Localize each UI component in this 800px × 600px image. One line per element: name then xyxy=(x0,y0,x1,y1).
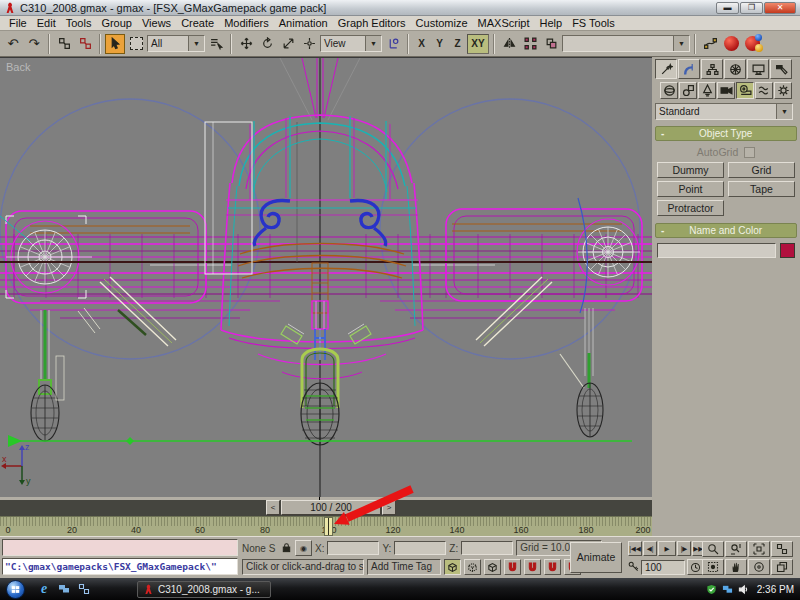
track-bar[interactable]: 0 20 40 60 80 100 120 140 160 180 200 xyxy=(0,516,652,536)
category-space-warps[interactable] xyxy=(755,82,773,99)
use-pivot-point-icon[interactable] xyxy=(383,34,403,54)
y-coord-field[interactable] xyxy=(394,541,446,555)
maximize-button[interactable]: ❐ xyxy=(740,2,763,14)
menu-customize[interactable]: Customize xyxy=(411,17,473,29)
render-icon[interactable] xyxy=(742,34,762,54)
restrict-y-button[interactable]: Y xyxy=(431,34,448,54)
close-button[interactable]: ✕ xyxy=(764,2,796,14)
pan-button[interactable] xyxy=(725,559,747,575)
tray-volume-icon[interactable] xyxy=(738,584,749,595)
tab-motion[interactable] xyxy=(724,59,746,79)
show-desktop-icon[interactable] xyxy=(57,582,71,596)
mirror-icon[interactable] xyxy=(499,34,519,54)
material-editor-icon[interactable] xyxy=(721,34,741,54)
taskbar-clock[interactable]: 2:36 PM xyxy=(757,584,794,595)
menu-create[interactable]: Create xyxy=(176,17,219,29)
title-bar[interactable]: C310_2008.gmax - gmax - [FSX_GMaxGamepac… xyxy=(0,0,800,16)
viewport-back[interactable]: x z y Back xyxy=(0,57,652,497)
tab-hierarchy[interactable] xyxy=(701,59,723,79)
next-frame-button[interactable]: |▶ xyxy=(677,541,691,556)
minimize-button[interactable]: ▬ xyxy=(716,2,739,14)
time-slider-handle[interactable]: < 100 / 200 > xyxy=(266,500,396,515)
unlink-selection-icon[interactable] xyxy=(75,34,95,54)
autogrid-checkbox[interactable] xyxy=(744,147,755,158)
viewport-label[interactable]: Back xyxy=(6,61,30,73)
restrict-x-button[interactable]: X xyxy=(413,34,430,54)
protractor-button[interactable]: Protractor xyxy=(657,200,724,216)
reference-coordinate-system-dropdown[interactable]: View▼ xyxy=(320,35,382,52)
animate-button[interactable]: Animate xyxy=(570,542,622,573)
play-button[interactable]: ▶ xyxy=(658,541,676,556)
restrict-xy-plane-button[interactable]: XY xyxy=(467,34,489,54)
tape-button[interactable]: Tape xyxy=(728,181,795,197)
start-button[interactable] xyxy=(6,580,25,599)
zoom-button[interactable] xyxy=(702,541,724,557)
chevron-down-icon[interactable]: ▼ xyxy=(188,36,204,51)
min-max-toggle-button[interactable] xyxy=(771,559,793,575)
object-name-field[interactable] xyxy=(657,243,776,258)
category-systems[interactable] xyxy=(774,82,792,99)
next-frame-arrow[interactable]: > xyxy=(382,500,396,515)
selection-filter-dropdown[interactable]: All▼ xyxy=(147,35,205,52)
snap-cube-a-icon[interactable] xyxy=(444,559,461,575)
chevron-down-icon[interactable]: ▼ xyxy=(365,36,381,51)
select-and-manipulate-icon[interactable] xyxy=(299,34,319,54)
taskbar-button-gmax[interactable]: C310_2008.gmax - g... xyxy=(137,581,271,598)
curve-editor-icon[interactable] xyxy=(700,34,720,54)
category-lights[interactable] xyxy=(698,82,716,99)
selection-lock-icon[interactable] xyxy=(281,542,292,555)
previous-frame-arrow[interactable]: < xyxy=(266,500,280,515)
time-slider-value[interactable]: 100 / 200 xyxy=(281,500,381,515)
internet-explorer-icon[interactable]: e xyxy=(37,582,51,596)
go-to-start-button[interactable]: |◀◀ xyxy=(628,541,642,556)
array-icon[interactable] xyxy=(520,34,540,54)
grid-button[interactable]: Grid xyxy=(728,162,795,178)
tray-network-icon[interactable] xyxy=(722,584,733,595)
menu-graph-editors[interactable]: Graph Editors xyxy=(333,17,411,29)
time-slider-track[interactable]: < 100 / 200 > xyxy=(0,497,652,516)
add-time-tag[interactable]: Add Time Tag xyxy=(367,559,441,575)
category-shapes[interactable] xyxy=(679,82,697,99)
zoom-all-button[interactable] xyxy=(725,541,747,557)
menu-file[interactable]: File xyxy=(4,17,32,29)
select-and-link-icon[interactable] xyxy=(54,34,74,54)
z-coord-field[interactable] xyxy=(461,541,513,555)
angle-snap-icon[interactable] xyxy=(524,559,541,575)
menu-maxscript[interactable]: MAXScript xyxy=(473,17,535,29)
maxscript-listener-line[interactable]: "C:\gmax\gamepacks\FSX_GMaxGamepack\" xyxy=(2,558,238,575)
menu-edit[interactable]: Edit xyxy=(32,17,61,29)
select-by-name-icon[interactable] xyxy=(206,34,226,54)
snap-cube-c-icon[interactable] xyxy=(484,559,501,575)
category-cameras[interactable] xyxy=(717,82,735,99)
menu-help[interactable]: Help xyxy=(535,17,568,29)
tab-display[interactable] xyxy=(747,59,769,79)
name-and-color-header[interactable]: - Name and Color xyxy=(655,223,797,238)
zoom-extents-all-button[interactable] xyxy=(771,541,793,557)
select-and-rotate-icon[interactable] xyxy=(257,34,277,54)
current-frame-field[interactable]: 100 xyxy=(641,560,685,575)
percent-snap-icon[interactable] xyxy=(544,559,561,575)
zoom-extents-button[interactable] xyxy=(748,541,770,557)
object-type-header[interactable]: - Object Type xyxy=(655,126,797,141)
select-and-move-icon[interactable] xyxy=(236,34,256,54)
windows-explorer-icon[interactable] xyxy=(77,582,91,596)
chevron-down-icon[interactable]: ▼ xyxy=(776,104,792,119)
absolute-offset-toggle[interactable]: ◉ xyxy=(295,540,312,556)
menu-animation[interactable]: Animation xyxy=(274,17,333,29)
arc-rotate-button[interactable] xyxy=(748,559,770,575)
rectangular-selection-region-icon[interactable] xyxy=(126,34,146,54)
menu-tools[interactable]: Tools xyxy=(61,17,97,29)
menu-views[interactable]: Views xyxy=(137,17,176,29)
x-coord-field[interactable] xyxy=(327,541,379,555)
tray-status-icon[interactable] xyxy=(706,584,717,595)
tab-modify[interactable] xyxy=(678,59,700,79)
region-zoom-button[interactable] xyxy=(702,559,724,575)
object-color-swatch[interactable] xyxy=(780,243,795,258)
category-helpers[interactable] xyxy=(736,82,754,99)
snap-cube-b-icon[interactable] xyxy=(464,559,481,575)
menu-fs-tools[interactable]: FS Tools xyxy=(567,17,620,29)
point-button[interactable]: Point xyxy=(657,181,724,197)
category-geometry[interactable] xyxy=(660,82,678,99)
tab-create[interactable] xyxy=(655,59,677,79)
redo-icon[interactable]: ↷ xyxy=(24,34,44,54)
